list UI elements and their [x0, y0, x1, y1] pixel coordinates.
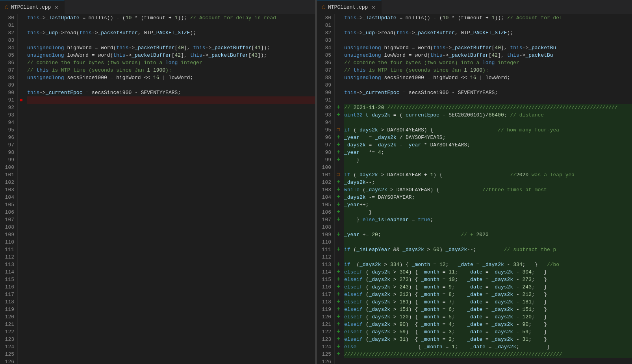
line-number: 112 — [2, 253, 14, 261]
line-number: 107 — [2, 216, 14, 224]
code-line — [27, 134, 315, 141]
gutter-cell — [335, 22, 342, 29]
code-line: if (_days2k > DAYSOFAYEAR + 1) { //2020 … — [344, 171, 632, 179]
code-line — [344, 96, 632, 104]
code-line: else if (_days2k > 59) { _month = 3; _da… — [344, 328, 632, 336]
code-line: _year += 20; // + 2020 — [344, 231, 632, 238]
code-line — [27, 313, 315, 321]
right-editor-pane[interactable]: 8081828384858687888990919293949596979899… — [317, 14, 632, 364]
left-line-numbers: 8081828384858687888990919293949596979899… — [0, 14, 18, 364]
code-line — [27, 321, 315, 328]
code-line — [27, 96, 315, 104]
line-number: 91 — [2, 96, 14, 104]
line-number: 103 — [2, 186, 14, 194]
tab-left-ntpclient[interactable]: ⬡ NTPClient.cpp ✕ — [0, 0, 65, 14]
line-number: 81 — [2, 22, 14, 29]
code-line — [27, 246, 315, 253]
gutter-cell: + — [335, 268, 342, 276]
tab-close-right[interactable]: ✕ — [370, 4, 376, 10]
code-line — [27, 164, 315, 171]
line-number: 123 — [2, 336, 14, 343]
gutter-cell — [18, 164, 25, 171]
gutter-cell — [18, 81, 25, 89]
code-line: else if (_days2k > 31) { _month = 2; _da… — [344, 336, 632, 343]
left-gutter: ■± — [18, 14, 25, 364]
code-line: else if (_days2k > 151) { _month = 6; _d… — [344, 306, 632, 313]
line-number: 116 — [2, 283, 14, 291]
code-line: _year = _days2k / DAYSOF4YEARS; — [344, 134, 632, 141]
line-number: 125 — [2, 351, 14, 358]
gutter-cell: + — [335, 283, 342, 291]
line-number: 108 — [319, 224, 331, 231]
line-number: 124 — [319, 343, 331, 351]
code-line — [27, 37, 315, 44]
gutter-cell: ■ — [18, 96, 25, 104]
code-line — [27, 231, 315, 238]
line-number: 118 — [2, 298, 14, 306]
code-line — [27, 194, 315, 201]
line-number: 88 — [2, 74, 14, 81]
gutter-cell — [18, 179, 25, 186]
line-number: 105 — [2, 201, 14, 209]
gutter-cell: + — [335, 209, 342, 216]
line-number: 117 — [2, 291, 14, 298]
code-line — [27, 111, 315, 119]
line-number: 105 — [319, 201, 331, 209]
line-number: 103 — [319, 186, 331, 194]
gutter-cell — [18, 119, 25, 126]
code-line — [27, 238, 315, 246]
gutter-cell: □ — [335, 171, 342, 179]
gutter-cell — [18, 306, 25, 313]
gutter-cell — [335, 253, 342, 261]
left-code-area[interactable]: this->_lastUpdate = millis() - (10 * (ti… — [25, 14, 315, 364]
code-line: // this is NTP time (seconds since Jan 1… — [344, 67, 632, 74]
gutter-cell — [335, 59, 342, 67]
tab-close-left[interactable]: ✕ — [53, 4, 59, 10]
code-line — [27, 104, 315, 111]
line-number: 92 — [319, 104, 331, 111]
gutter-cell — [335, 74, 342, 81]
code-line: else if (_days2k > 243) { _month = 9; _d… — [344, 283, 632, 291]
left-editor-pane[interactable]: 8081828384858687888990919293949596979899… — [0, 14, 315, 364]
code-line: _year++; — [344, 201, 632, 209]
gutter-cell — [335, 119, 342, 126]
line-number: 91 — [319, 96, 331, 104]
line-number: 90 — [319, 89, 331, 96]
line-number: 86 — [2, 59, 14, 67]
gutter-cell — [18, 104, 25, 111]
code-line: this->_udp->read(this->_packetBuffer, NT… — [27, 29, 315, 37]
gutter-cell — [335, 238, 342, 246]
line-number: 125 — [319, 351, 331, 358]
gutter-cell: + — [335, 321, 342, 328]
line-number: 120 — [319, 313, 331, 321]
line-number: 121 — [2, 321, 14, 328]
tab-right-ntpclient[interactable]: ⬡ NTPClient.cpp ✕ — [317, 0, 382, 14]
code-line: unsigned long highWord = word(this->_pac… — [27, 44, 315, 52]
gutter-cell — [18, 358, 25, 364]
code-line — [344, 358, 632, 364]
gutter-cell — [18, 194, 25, 201]
gutter-cell: + — [335, 231, 342, 238]
line-number: 94 — [2, 119, 14, 126]
gutter-cell: + — [335, 328, 342, 336]
line-number: 110 — [319, 238, 331, 246]
line-number: 83 — [319, 37, 331, 44]
code-line: // this is NTP time (seconds since Jan 1… — [27, 67, 315, 74]
code-line: this->_currentEpoc = secsSince1900 - SEV… — [27, 89, 315, 96]
gutter-cell: + — [335, 216, 342, 224]
tab-label-right: NTPClient.cpp — [328, 4, 368, 10]
right-code-area[interactable]: this->_lastUpdate = millis() - (10 * (ti… — [342, 14, 632, 364]
line-number: 100 — [319, 164, 331, 171]
right-tabs: ⬡ NTPClient.cpp ✕ — [317, 0, 632, 14]
gutter-cell — [335, 164, 342, 171]
gutter-cell — [18, 224, 25, 231]
code-line — [344, 81, 632, 89]
gutter-cell — [18, 336, 25, 343]
code-line: } else _isLeapYear = true; — [344, 216, 632, 224]
code-line — [27, 283, 315, 291]
line-number: 107 — [319, 216, 331, 224]
code-line — [27, 261, 315, 268]
code-line — [27, 201, 315, 209]
gutter-cell — [335, 358, 342, 364]
line-number: 96 — [2, 134, 14, 141]
